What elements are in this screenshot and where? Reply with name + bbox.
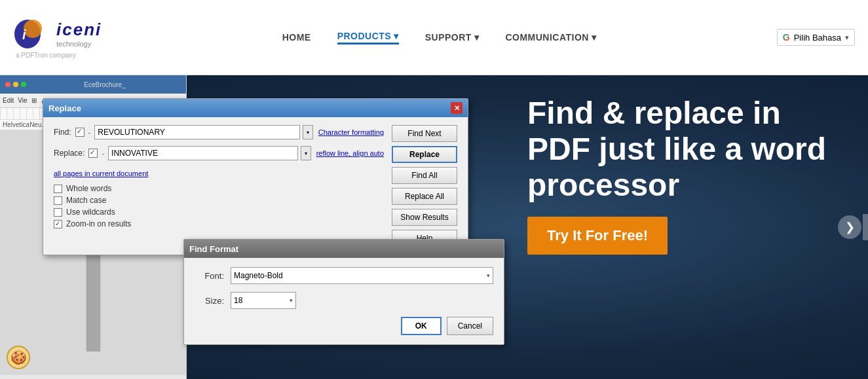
google-g-icon: G	[783, 32, 790, 43]
dialog-right-buttons: Find Next Replace Find All Replace All S…	[392, 125, 457, 247]
ff-size-select[interactable]: 18 ▾	[231, 292, 296, 309]
whole-words-label: Whole words	[66, 184, 111, 193]
show-results-button[interactable]: Show Results	[392, 209, 457, 226]
toolbar-view[interactable]: Vie	[18, 97, 27, 104]
replace-button[interactable]: Replace	[392, 146, 457, 163]
logo-sub: a PDFTron company	[16, 52, 76, 59]
ff-font-label: Font:	[195, 271, 224, 281]
toolbar-edit[interactable]: Edit	[3, 97, 14, 104]
products-chevron-icon: ▾	[394, 31, 399, 41]
logo-icon: i	[13, 16, 52, 52]
toolbar-icon1: ⊞	[31, 97, 37, 104]
ff-font-value: Magneto-Bold	[234, 271, 283, 280]
whole-words-checkbox[interactable]	[54, 185, 62, 193]
ff-ok-button[interactable]: OK	[401, 317, 442, 335]
ff-size-arrow-icon: ▾	[290, 297, 293, 304]
replace-all-button[interactable]: Replace All	[392, 188, 457, 205]
logo-area: i iceni technology a PDFTron company	[13, 16, 102, 59]
checkbox-group: Whole words Match case Use wildcards Zoo…	[54, 184, 384, 228]
scope-area: all pages in current document	[54, 167, 384, 179]
panel-close-dot	[5, 82, 10, 87]
scroll-indicator	[863, 214, 868, 240]
ff-font-select[interactable]: Magneto-Bold ▾	[231, 267, 493, 284]
header: i iceni technology a PDFTron company HOM…	[0, 0, 868, 75]
support-chevron-icon: ▾	[474, 32, 480, 43]
checkbox-zoom: Zoom-in on results	[54, 219, 384, 228]
cookie-consent-icon[interactable]: 🍪	[7, 346, 30, 369]
nav-home[interactable]: HOME	[282, 32, 311, 43]
find-input-wrapper: ▾	[94, 125, 312, 139]
nav-support[interactable]: SUPPORT ▾	[425, 32, 480, 43]
find-label: Find:	[54, 128, 71, 137]
panel-min-dot	[13, 82, 18, 87]
match-case-checkbox[interactable]	[54, 196, 62, 205]
reflow-link[interactable]: reflow line, align auto	[316, 149, 384, 157]
next-arrow-icon: ❯	[845, 220, 855, 234]
replace-input[interactable]	[108, 146, 298, 160]
ff-buttons: OK Cancel	[195, 317, 493, 335]
replace-dash: -	[102, 149, 104, 157]
find-next-button[interactable]: Find Next	[392, 125, 457, 142]
find-dash: -	[88, 128, 91, 136]
match-case-label: Match case	[66, 196, 106, 205]
wildcards-label: Use wildcards	[66, 208, 115, 217]
nav-communication[interactable]: COMMUNICATION ▾	[505, 32, 596, 43]
replace-checkbox[interactable]	[88, 149, 98, 158]
ff-body: Font: Magneto-Bold ▾ Size: 18 ▾ OK Cance…	[184, 258, 504, 344]
replace-dialog: Replace ✕ Find: - ▾ Character formatting	[43, 98, 468, 255]
communication-chevron-icon: ▾	[592, 32, 597, 43]
dialog-close-button[interactable]: ✕	[451, 102, 462, 114]
main-area: EceBrochure_ Edit Vie ⊞ 🖨 HelveticaNeu..…	[0, 75, 868, 379]
dialog-left: Find: - ▾ Character formatting Replace: …	[54, 125, 384, 247]
ff-title: Find Format	[189, 244, 238, 254]
lang-dropdown-arrow-icon: ▾	[845, 33, 849, 42]
checkbox-match-case: Match case	[54, 196, 384, 205]
ff-title-bar: Find Format	[184, 240, 504, 258]
find-input[interactable]	[94, 125, 299, 139]
cookie-emoji: 🍪	[10, 350, 27, 365]
svg-point-1	[24, 20, 42, 38]
replace-field-row: Replace: - ▾ reflow line, align auto	[54, 146, 384, 160]
hero-text: Find & replace in PDF just like a word p…	[527, 95, 842, 255]
find-format-dialog: Find Format Font: Magneto-Bold ▾ Size: 1…	[183, 239, 504, 345]
find-all-button[interactable]: Find All	[392, 167, 457, 184]
hero-cta-button[interactable]: Try It For Free!	[527, 217, 668, 255]
dialog-title-bar: Replace ✕	[43, 99, 468, 117]
ff-size-label: Size:	[195, 296, 224, 306]
dialog-body: Find: - ▾ Character formatting Replace: …	[43, 117, 468, 255]
checkbox-wildcards: Use wildcards	[54, 208, 384, 217]
lang-label: Pilih Bahasa	[794, 33, 841, 43]
carousel-next-button[interactable]: ❯	[838, 215, 861, 239]
ff-font-arrow-icon: ▾	[487, 272, 490, 279]
ff-cancel-button[interactable]: Cancel	[447, 317, 493, 335]
char-format-link[interactable]: Character formatting	[318, 128, 384, 136]
scope-link[interactable]: all pages in current document	[54, 170, 148, 177]
logo-main: i iceni technology	[13, 16, 102, 52]
logo-tech: technology	[56, 40, 102, 48]
wildcards-checkbox[interactable]	[54, 208, 62, 217]
hero-heading: Find & replace in PDF just like a word p…	[527, 95, 842, 204]
replace-input-wrapper: ▾	[108, 146, 311, 160]
panel-filename: EceBrochure_	[29, 81, 181, 88]
dialog-title: Replace	[48, 103, 81, 113]
nav-products[interactable]: PRODUCTS ▾	[337, 31, 399, 45]
find-dropdown-arrow[interactable]: ▾	[303, 125, 313, 139]
find-field-row: Find: - ▾ Character formatting	[54, 125, 384, 139]
logo-text-group: iceni technology	[56, 20, 102, 48]
svg-text:i: i	[22, 27, 26, 42]
replace-label: Replace:	[54, 149, 85, 158]
panel-header: EceBrochure_	[0, 75, 186, 94]
ff-size-row: Size: 18 ▾	[195, 292, 493, 309]
checkbox-whole-words: Whole words	[54, 184, 384, 193]
main-nav: HOME PRODUCTS ▾ SUPPORT ▾ COMMUNICATION …	[282, 31, 597, 45]
zoom-checkbox[interactable]	[54, 220, 62, 228]
ff-font-row: Font: Magneto-Bold ▾	[195, 267, 493, 284]
panel-max-dot	[21, 82, 26, 87]
find-checkbox[interactable]	[75, 128, 85, 137]
ff-size-value: 18	[234, 296, 242, 305]
language-selector[interactable]: G Pilih Bahasa ▾	[777, 29, 855, 46]
replace-dropdown-arrow[interactable]: ▾	[301, 146, 311, 160]
logo-name: iceni	[56, 20, 102, 40]
zoom-label: Zoom-in on results	[66, 219, 131, 228]
